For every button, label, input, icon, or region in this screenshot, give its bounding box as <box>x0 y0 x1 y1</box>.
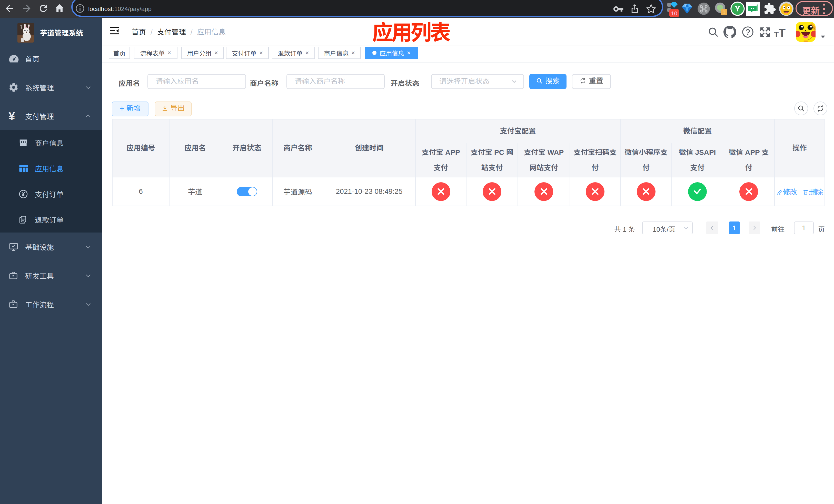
svg-text:10: 10 <box>671 10 677 17</box>
svg-text:1: 1 <box>722 9 725 15</box>
